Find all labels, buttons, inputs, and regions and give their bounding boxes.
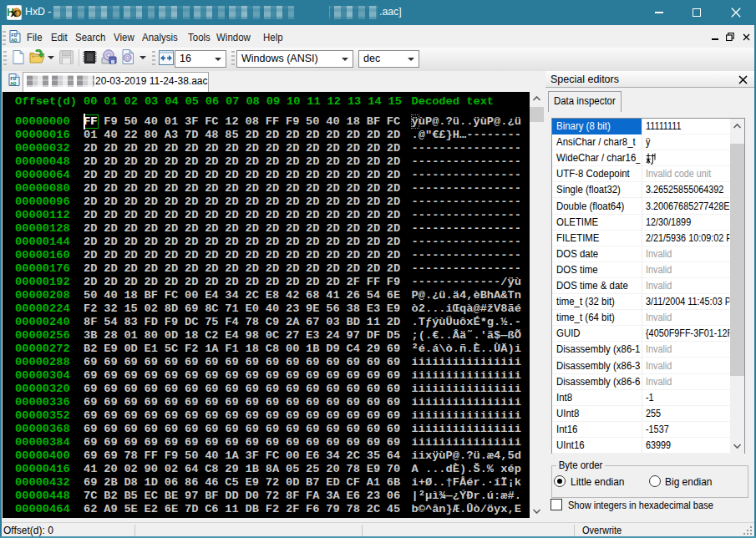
svg-text:AO: AO [10, 81, 17, 87]
svg-text:AO: AO [11, 38, 18, 43]
svg-text:x: x [11, 7, 18, 19]
